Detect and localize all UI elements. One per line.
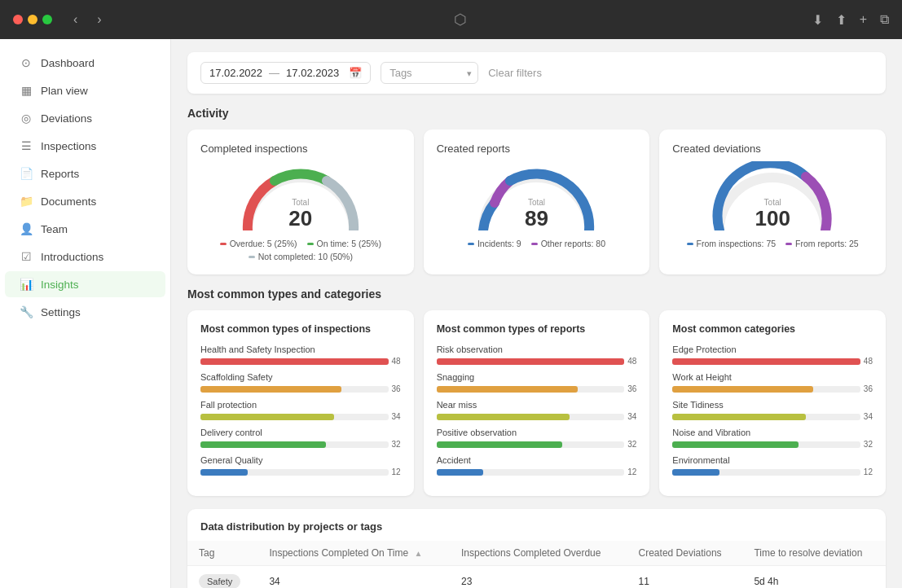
legend-item-from-reports: From reports: 25 xyxy=(785,239,859,248)
bar-item: Positive observation 32 xyxy=(437,428,637,449)
sidebar-item-inspections[interactable]: ☰ Inspections xyxy=(5,133,165,159)
legend-item-incidents: Incidents: 9 xyxy=(468,239,521,248)
forward-button[interactable]: › xyxy=(90,9,108,30)
share-button[interactable]: ⬆ xyxy=(836,12,847,28)
sidebar-item-insights[interactable]: 📊 Insights xyxy=(5,271,165,297)
legend-dot-from-inspections xyxy=(687,243,693,245)
legend-dot-ontime xyxy=(307,243,314,245)
created-deviations-card: Created deviations Total 100 xyxy=(659,129,886,274)
inspection-types-title: Most common types of inspections xyxy=(200,323,401,335)
download-button[interactable]: ⬇ xyxy=(812,12,823,28)
bar-item: Fall protection 34 xyxy=(200,400,401,421)
gauge-wrap-deviations: Total 100 xyxy=(707,161,838,230)
sidebar-label-inspections: Inspections xyxy=(41,140,96,152)
card-title-reports: Created reports xyxy=(437,143,637,155)
date-range-picker[interactable]: 17.02.2022 — 17.02.2023 📅 xyxy=(200,62,371,84)
bar-count: 12 xyxy=(864,467,873,476)
bar-fill xyxy=(437,386,578,393)
cell-inspections-on-time: 34 xyxy=(257,566,450,589)
filter-bar: 17.02.2022 — 17.02.2023 📅 Tags Clear fil… xyxy=(187,52,886,94)
gauge-value-reports: 89 xyxy=(525,207,548,230)
col-created-deviations: Created Deviations xyxy=(627,541,743,566)
legend-dot-overdue xyxy=(220,243,227,245)
completed-inspections-card: Completed inspections xyxy=(187,129,414,274)
legend-item-from-inspections: From inspections: 75 xyxy=(687,239,776,248)
bar-fill xyxy=(437,441,562,448)
bar-label: Fall protection xyxy=(200,400,401,410)
legend-label-from-inspections: From inspections: 75 xyxy=(697,239,776,248)
bar-track xyxy=(672,358,860,365)
table-row: Safety 34 23 11 5d 4h xyxy=(187,566,886,589)
bar-item: Scaffolding Safety 36 xyxy=(200,372,401,393)
most-common-section: Most common types and categories Most co… xyxy=(187,287,886,496)
inspection-types-card: Most common types of inspections Health … xyxy=(187,310,414,496)
titlebar: ‹ › ⬡ ⬇ ⬆ + ⧉ xyxy=(0,0,902,39)
bar-track xyxy=(437,441,625,448)
report-types-card: Most common types of reports Risk observ… xyxy=(424,310,650,496)
sidebar-item-dashboard[interactable]: ⊙ Dashboard xyxy=(5,50,165,76)
tag-badge: Safety xyxy=(199,574,240,588)
sidebar-item-introductions[interactable]: ☑ Introductions xyxy=(5,244,165,270)
maximize-button[interactable] xyxy=(42,15,52,24)
settings-icon: 🔧 xyxy=(20,305,33,318)
minimize-button[interactable] xyxy=(28,15,37,24)
activity-section-title: Activity xyxy=(187,107,886,120)
tags-select-wrapper: Tags xyxy=(381,62,478,84)
bar-label: Scaffolding Safety xyxy=(200,372,401,382)
bar-track xyxy=(672,386,860,393)
bar-count: 36 xyxy=(627,384,636,393)
sidebar-item-deviations[interactable]: ◎ Deviations xyxy=(5,105,165,131)
bar-count: 34 xyxy=(627,412,636,421)
categories-card: Most common categories Edge Protection 4… xyxy=(659,310,886,496)
gauge-wrap-inspections: Total 20 xyxy=(235,161,366,230)
gauge-center-deviations: Total 100 xyxy=(755,198,790,230)
tags-select[interactable]: Tags xyxy=(381,62,478,84)
categories-title: Most common categories xyxy=(672,323,873,335)
sidebar-item-team[interactable]: 👤 Team xyxy=(5,216,165,242)
sidebar-item-settings[interactable]: 🔧 Settings xyxy=(5,299,165,325)
bar-fill xyxy=(672,414,806,420)
bar-fill xyxy=(437,414,570,420)
bar-item: Health and Safety Inspection 48 xyxy=(200,344,401,366)
bar-item: Noise and Vibration 32 xyxy=(672,428,873,449)
bar-label: Health and Safety Inspection xyxy=(200,344,401,354)
sidebar-item-plan-view[interactable]: ▦ Plan view xyxy=(5,77,165,103)
bar-count: 34 xyxy=(864,412,873,421)
bar-track xyxy=(672,469,860,476)
bar-label: General Quality xyxy=(200,455,401,465)
bar-count: 12 xyxy=(392,467,401,476)
bar-fill xyxy=(672,386,813,393)
bar-item: Delivery control 32 xyxy=(200,428,401,449)
bar-track xyxy=(200,414,389,420)
bar-label: Delivery control xyxy=(200,428,401,437)
bar-label: Edge Protection xyxy=(672,344,873,354)
inspections-icon: ☰ xyxy=(20,139,33,152)
most-common-section-title: Most common types and categories xyxy=(187,287,886,301)
close-button[interactable] xyxy=(13,15,23,24)
split-button[interactable]: ⧉ xyxy=(880,12,889,28)
sidebar-item-reports[interactable]: 📄 Reports xyxy=(5,160,165,186)
data-distribution-table: Data distribution by projects or tags Ta… xyxy=(187,509,886,588)
back-button[interactable]: ‹ xyxy=(67,9,84,30)
add-tab-button[interactable]: + xyxy=(860,12,867,28)
sidebar-label-deviations: Deviations xyxy=(41,112,92,125)
bar-item: Accident 12 xyxy=(437,455,637,476)
legend-deviations: From inspections: 75 From reports: 25 xyxy=(687,239,859,248)
table-header: Tag Inspections Completed On Time ▲ Insp… xyxy=(187,541,886,566)
gauge-value-inspections: 20 xyxy=(288,207,312,230)
date-from: 17.02.2022 xyxy=(209,67,262,79)
clear-filters-button[interactable]: Clear filters xyxy=(488,67,542,79)
sidebar-label-introductions: Introductions xyxy=(41,251,103,263)
gauge-center-reports: Total 89 xyxy=(525,198,548,230)
col-inspections-on-time[interactable]: Inspections Completed On Time ▲ xyxy=(257,541,450,566)
legend-label-overdue: Overdue: 5 (25%) xyxy=(230,239,297,248)
created-reports-card: Created reports Total xyxy=(424,129,650,274)
introductions-icon: ☑ xyxy=(20,250,33,263)
nav-buttons: ‹ › xyxy=(67,9,108,30)
bar-label: Environmental xyxy=(672,455,873,465)
sidebar-item-documents[interactable]: 📁 Documents xyxy=(5,188,165,214)
bar-item: Snagging 36 xyxy=(437,372,637,393)
reports-icon: 📄 xyxy=(20,167,33,180)
bar-label: Site Tidiness xyxy=(672,400,873,410)
bar-label: Accident xyxy=(437,455,637,465)
